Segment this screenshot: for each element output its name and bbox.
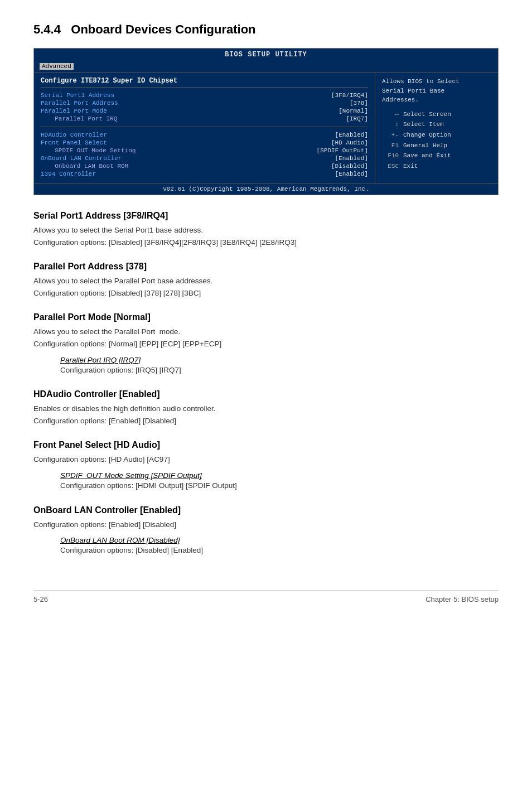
section-parallel-addr-body: Allows you to select the Parallel Port b… — [33, 275, 499, 299]
section-parallel-addr-heading: Parallel Port Address [378] — [33, 262, 499, 272]
bios-row-parallel-addr-value: [378] — [350, 100, 368, 107]
key-f1: F1 — [382, 141, 399, 151]
key-f10: F10 — [382, 151, 399, 161]
sub-item-parallel-irq-title: Parallel Port IRQ [IRQ7] — [60, 356, 499, 364]
section-front-panel: Front Panel Select [HD Audio] Configurat… — [33, 440, 499, 491]
sub-item-spdif-title: SPDIF OUT Mode Setting [SPDIF Output] — [60, 471, 499, 480]
section-hdaudio-body: Enables or disables the high definition … — [33, 403, 499, 427]
bios-row-1394-value: [Enabled] — [335, 171, 368, 177]
key-plus-minus: +- — [382, 130, 399, 141]
sub-item-spdif-body: Configuration options: [HDMI Output] [SP… — [60, 480, 499, 492]
bios-title: BIOS SETUP UTILITY — [34, 49, 498, 61]
key-general-help: General Help — [403, 141, 447, 151]
bios-row-parallel-addr-label: Parallel Port Address — [41, 100, 118, 107]
section-onboard-lan-body: Configuration options: [Enabled] [Disabl… — [33, 519, 499, 531]
sub-item-lan-boot: OnBoard LAN Boot ROM [Disabled] Configur… — [60, 536, 499, 557]
bios-chipset-label: Configure ITE8712 Super IO Chipset — [41, 77, 368, 88]
sub-item-spdif: SPDIF OUT Mode Setting [SPDIF Output] Co… — [60, 471, 499, 492]
bios-row-spdif-label: SPDIF OUT Mode Setting — [41, 147, 136, 154]
key-esc: ESC — [382, 161, 399, 172]
key-change-option: Change Option — [403, 130, 451, 141]
key-arrows-vert: ↕ — [382, 119, 399, 130]
bios-row-serial-label: Serial Port1 Address — [41, 92, 114, 99]
key-arrows-horiz: ↔ — [382, 109, 399, 120]
sections-container: Serial Port1 Address [3F8/IRQ4] Allows y… — [33, 211, 499, 557]
bios-keys: ↔ Select Screen ↕ Select Item +- Change … — [382, 109, 491, 172]
section-serial-port1: Serial Port1 Address [3F8/IRQ4] Allows y… — [33, 211, 499, 248]
page-title: 5.4.4 Onboard Devices Configuration — [33, 22, 499, 37]
key-save-exit: Save and Exit — [403, 151, 451, 161]
section-onboard-lan: OnBoard LAN Controller [Enabled] Configu… — [33, 505, 499, 557]
key-select-item: Select Item — [403, 119, 444, 130]
section-front-panel-body: Configuration options: [HD Audio] [AC97] — [33, 453, 499, 466]
sub-item-lan-boot-title: OnBoard LAN Boot ROM [Disabled] — [60, 536, 499, 544]
key-select-screen: Select Screen — [403, 109, 451, 120]
sub-item-parallel-irq-body: Configuration options: [IRQ5] [IRQ7] — [60, 364, 499, 376]
bios-row-parallel-irq-value: [IRQ7] — [346, 115, 368, 122]
bios-row-frontpanel-label: Front Panel Select — [41, 139, 107, 146]
footer-chapter: Chapter 5: BIOS setup — [425, 595, 499, 603]
bios-help-text: Allows BIOS to Select Serial Port1 Base … — [382, 77, 491, 105]
footer-page-number: 5-26 — [33, 595, 48, 603]
section-parallel-mode-body: Allows you to select the Parallel Port m… — [33, 326, 499, 350]
bios-row-lan-boot-label: Onboard LAN Boot ROM — [41, 163, 128, 170]
section-serial-port1-heading: Serial Port1 Address [3F8/IRQ4] — [33, 211, 499, 221]
bios-row-lan-ctrl-value: [Enabled] — [335, 155, 368, 162]
bios-row-serial-value: [3F8/IRQ4] — [331, 92, 368, 99]
bios-row-spdif-value: [SPDIF OutPut] — [317, 147, 368, 154]
section-front-panel-heading: Front Panel Select [HD Audio] — [33, 440, 499, 450]
section-parallel-mode-heading: Parallel Port Mode [Normal] — [33, 312, 499, 322]
bios-tab-advanced[interactable]: Advanced — [40, 63, 74, 70]
sub-item-parallel-irq: Parallel Port IRQ [IRQ7] Configuration o… — [60, 356, 499, 376]
section-hdaudio: HDAudio Controller [Enabled] Enables or … — [33, 389, 499, 427]
bios-footer: v02.61 (C)Copyright 1985-2008, American … — [34, 183, 498, 195]
bios-rows-group2: HDAudio Controller [Enabled] Front Panel… — [41, 132, 368, 177]
bios-row-frontpanel-value: [HD Audio] — [331, 139, 368, 146]
page-footer: 5-26 Chapter 5: BIOS setup — [33, 590, 499, 603]
section-serial-port1-body: Allows you to select the Serial Port1 ba… — [33, 224, 499, 248]
sub-item-lan-boot-body: Configuration options: [Disabled] [Enabl… — [60, 544, 499, 557]
section-hdaudio-heading: HDAudio Controller [Enabled] — [33, 389, 499, 399]
section-parallel-mode: Parallel Port Mode [Normal] Allows you t… — [33, 312, 499, 376]
bios-row-hdaudio-label: HDAudio Controller — [41, 132, 107, 138]
bios-row-lan-boot-value: [Disabled] — [331, 163, 368, 170]
bios-row-parallel-mode-value: [Normal] — [338, 108, 368, 114]
key-exit: Exit — [403, 161, 418, 172]
bios-row-1394-label: 1394 Controller — [41, 171, 96, 177]
bios-row-parallel-irq-label: Parallel Port IRQ — [41, 115, 117, 122]
bios-screenshot: BIOS SETUP UTILITY Advanced Configure IT… — [33, 48, 499, 195]
bios-row-hdaudio-value: [Enabled] — [335, 132, 368, 138]
section-onboard-lan-heading: OnBoard LAN Controller [Enabled] — [33, 505, 499, 515]
bios-rows-group1: Serial Port1 Address [3F8/IRQ4] Parallel… — [41, 92, 368, 122]
section-parallel-addr: Parallel Port Address [378] Allows you t… — [33, 262, 499, 299]
bios-row-parallel-mode-label: Parallel Port Mode — [41, 108, 107, 114]
bios-row-lan-ctrl-label: OnBoard LAN Controller — [41, 155, 122, 162]
